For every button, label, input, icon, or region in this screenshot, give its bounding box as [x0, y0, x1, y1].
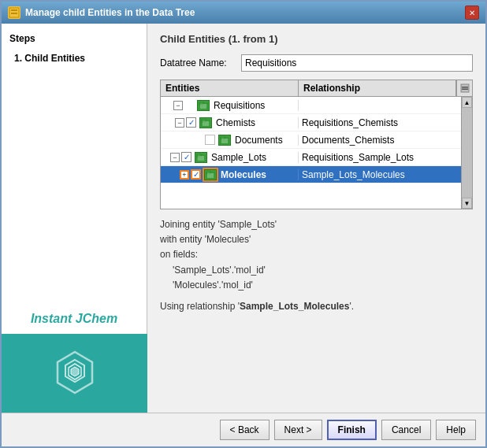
- scroll-thumb[interactable]: [462, 108, 472, 198]
- relationship-cell: Sample_Lots_Molecules: [299, 169, 461, 180]
- expand-btn[interactable]: −: [170, 153, 180, 162]
- logo-text: Instant JChem: [17, 312, 131, 326]
- scroll-up-btn[interactable]: ▲: [462, 97, 472, 108]
- tree-row[interactable]: + ✓ Molecules Sample_Lots_Molecules: [161, 166, 461, 183]
- svg-rect-16: [202, 119, 206, 122]
- window-title: Manage child Entities in the Data Tree: [25, 7, 195, 18]
- info-line7: Using relationship 'Sample_Lots_Molecule…: [160, 299, 473, 314]
- info-line4: 'Sample_Lots'.'mol_id': [160, 263, 473, 278]
- checkbox[interactable]: ✓: [191, 169, 201, 180]
- svg-rect-31: [206, 171, 210, 174]
- scroll-down-btn[interactable]: ▼: [462, 198, 472, 209]
- entity-cell: + ✓ Molecules: [161, 169, 299, 180]
- entity-label: Sample_Lots: [211, 152, 266, 163]
- sidebar-item-child-entities: 1. Child Entities: [9, 50, 139, 66]
- cancel-button[interactable]: Cancel: [381, 420, 431, 440]
- relationship-col-header: Relationship: [299, 80, 456, 96]
- back-button[interactable]: < Back: [220, 420, 270, 440]
- info-line2: with entity 'Molecules': [160, 232, 473, 247]
- expand-btn[interactable]: −: [173, 101, 183, 110]
- tree-row[interactable]: − Requisitions: [161, 97, 461, 114]
- entity-label: Requisitions: [214, 100, 265, 111]
- close-button[interactable]: ✕: [465, 6, 479, 20]
- tree-body: − Requisitions: [161, 97, 461, 209]
- tree-header-icon[interactable]: [456, 80, 472, 96]
- tree-row[interactable]: Documents Documents_Chemists: [161, 131, 461, 149]
- logo-area: Instant JChem: [9, 304, 139, 334]
- svg-marker-6: [71, 367, 79, 376]
- relationship-cell: Requisitions_Sample_Lots: [299, 152, 461, 163]
- expand-btn[interactable]: −: [175, 118, 184, 128]
- entity-icon: [204, 169, 217, 180]
- relationship-cell: Requisitions_Chemists: [299, 117, 461, 128]
- datatree-input[interactable]: [241, 54, 473, 72]
- entity-cell: − Requisitions: [161, 100, 299, 111]
- entity-icon: [195, 152, 207, 163]
- checkbox[interactable]: ✓: [186, 117, 196, 128]
- entity-label: Documents: [235, 135, 283, 146]
- tree-row[interactable]: − ✓ Chemists Requisitions_Chemists: [161, 114, 461, 131]
- steps-label: Steps: [9, 33, 139, 44]
- svg-rect-1: [11, 9, 17, 11]
- info-line3: on fields:: [160, 247, 473, 262]
- entities-col-header: Entities: [161, 80, 299, 96]
- checkbox[interactable]: ✓: [181, 152, 191, 162]
- sidebar: Steps 1. Child Entities Instant JChem: [2, 24, 147, 413]
- entity-tree: Entities Relationship: [160, 80, 473, 209]
- svg-rect-9: [462, 89, 468, 91]
- svg-rect-21: [221, 136, 225, 139]
- next-button[interactable]: Next >: [274, 420, 322, 440]
- svg-rect-7: [461, 84, 469, 92]
- panel-title: Child Entities (1. from 1): [160, 33, 473, 45]
- help-button[interactable]: Help: [436, 420, 476, 440]
- info-text: Joining entity 'Sample_Lots' with entity…: [160, 217, 473, 314]
- datatree-row: Datatree Name:: [160, 54, 473, 72]
- entity-icon: [218, 135, 231, 146]
- svg-rect-26: [197, 154, 201, 157]
- entity-icon: [197, 100, 210, 111]
- finish-button[interactable]: Finish: [327, 420, 377, 440]
- logo-box: [2, 334, 147, 413]
- expand-btn[interactable]: +: [180, 170, 189, 180]
- footer: < Back Next > Finish Cancel Help: [2, 413, 485, 446]
- entity-label: Molecules: [221, 169, 266, 180]
- relationship-cell: Documents_Chemists: [299, 135, 461, 146]
- hex-logo-icon: [51, 349, 99, 398]
- entity-cell: − ✓ Chemists: [161, 117, 299, 128]
- title-bar: Manage child Entities in the Data Tree ✕: [2, 2, 485, 24]
- main-panel: Child Entities (1. from 1) Datatree Name…: [147, 24, 485, 413]
- content-area: Steps 1. Child Entities Instant JChem: [2, 24, 485, 413]
- info-line5: 'Molecules'.'mol_id': [160, 278, 473, 293]
- svg-rect-11: [199, 102, 203, 105]
- entity-icon: [199, 117, 212, 128]
- datatree-label: Datatree Name:: [160, 57, 235, 68]
- title-bar-left: Manage child Entities in the Data Tree: [8, 6, 195, 19]
- tree-row[interactable]: − ✓ Sample_Lots Requisitions_Sample_Lots: [161, 149, 461, 166]
- entity-cell: Documents: [161, 135, 299, 146]
- window-icon: [8, 6, 20, 19]
- entity-label: Chemists: [216, 117, 255, 128]
- tree-header: Entities Relationship: [161, 80, 472, 97]
- relationship-name: Sample_Lots_Molecules: [240, 301, 349, 312]
- checkbox[interactable]: [205, 135, 215, 145]
- tree-scrollbar[interactable]: ▲ ▼: [461, 97, 472, 209]
- info-line1: Joining entity 'Sample_Lots': [160, 217, 473, 232]
- svg-rect-8: [462, 87, 468, 88]
- main-window: Manage child Entities in the Data Tree ✕…: [0, 0, 487, 448]
- svg-rect-2: [11, 13, 17, 14]
- entity-cell: − ✓ Sample_Lots: [161, 152, 299, 163]
